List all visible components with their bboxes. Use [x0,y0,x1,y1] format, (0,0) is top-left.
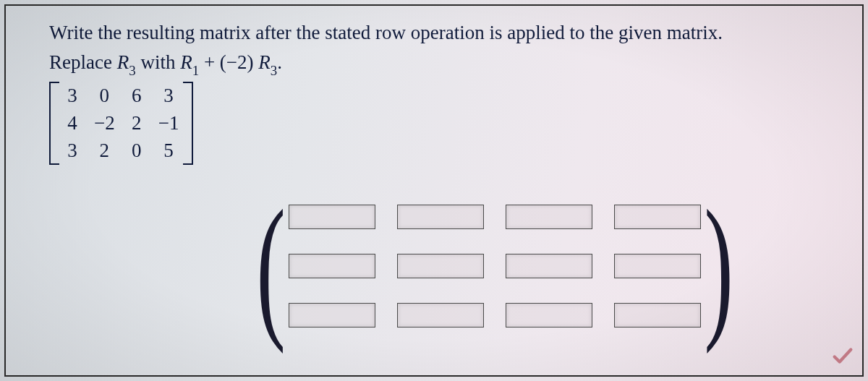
row-operation-text: Replace R3 with R1 + (−2) R3. [49,48,841,79]
matrix-cell: 3 [64,85,81,107]
answer-cell-0-0[interactable] [289,205,375,229]
right-paren-icon: ) [705,194,733,338]
source-row-letter: R [180,51,192,73]
matrix-cell: 0 [94,85,115,107]
given-matrix-body: 3 0 6 3 4 −2 2 −1 3 2 0 5 [59,82,183,165]
given-matrix: 3 0 6 3 4 −2 2 −1 3 2 0 5 [49,82,841,165]
matrix-cell: 2 [94,140,115,162]
answer-cell-0-3[interactable] [614,205,701,229]
target-row-letter: R [117,51,129,73]
answer-cell-0-2[interactable] [506,205,592,229]
matrix-cell: 6 [128,85,145,107]
answer-cell-2-3[interactable] [614,303,701,328]
answer-cell-1-3[interactable] [614,254,701,278]
answer-cell-0-1[interactable] [397,205,484,229]
left-bracket-icon [49,82,59,165]
target-row-sub: 3 [129,63,135,78]
instruction-text: Write the resulting matrix after the sta… [49,19,841,47]
matrix-cell: −1 [158,112,179,134]
answer-cell-1-0[interactable] [289,254,375,278]
check-icon [830,343,855,371]
matrix-cell: −2 [94,112,115,134]
mult-row-sub: 3 [271,63,277,78]
plus-text: + (−2) [199,51,258,73]
answer-cell-1-1[interactable] [397,254,484,278]
right-bracket-icon [183,82,193,165]
answer-cell-2-1[interactable] [397,303,484,328]
matrix-cell: 3 [158,85,179,107]
left-paren-icon: ( [256,194,285,338]
problem-page: Write the resulting matrix after the sta… [4,4,864,377]
matrix-cell: 2 [128,112,145,134]
mult-row-letter: R [258,51,271,73]
matrix-cell: 5 [158,140,179,162]
matrix-cell: 3 [64,140,81,162]
replace-prefix: Replace [49,51,117,73]
answer-matrix: ( ) [244,183,746,349]
source-row-sub: 1 [192,63,199,78]
answer-cell-2-2[interactable] [506,303,592,328]
with-text: with [136,51,181,73]
matrix-cell: 4 [64,112,81,134]
answer-matrix-grid [289,200,701,333]
matrix-cell: 0 [128,140,145,162]
period: . [277,51,282,73]
answer-cell-1-2[interactable] [506,254,592,278]
answer-cell-2-0[interactable] [289,303,375,328]
